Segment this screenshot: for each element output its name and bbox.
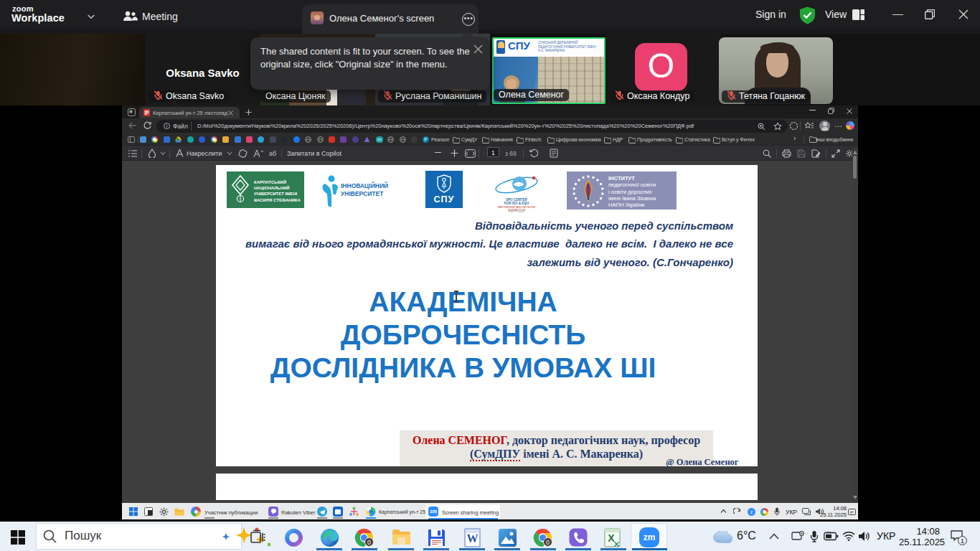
svg-text:W: W: [467, 532, 479, 545]
svg-text:X: X: [608, 532, 615, 544]
